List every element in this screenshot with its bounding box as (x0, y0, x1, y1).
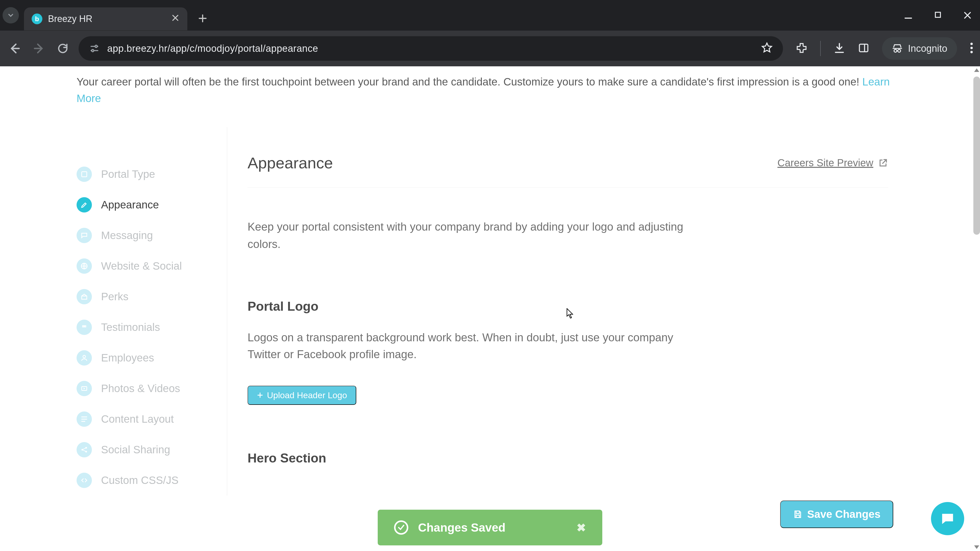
sidebar-item-label: Perks (101, 291, 128, 303)
incognito-badge[interactable]: Incognito (882, 37, 957, 60)
intro-band: Your career portal will often be the fir… (0, 66, 980, 127)
svg-rect-3 (859, 44, 868, 52)
sidebar-item-label: Photos & Videos (101, 383, 180, 395)
content-row: Portal Type Appearance Messaging Website… (0, 127, 980, 495)
puzzle-icon (796, 42, 808, 54)
extensions-button[interactable] (796, 42, 808, 55)
svg-point-1 (95, 45, 97, 48)
share-icon (76, 442, 92, 457)
intro-text: Your career portal will often be the fir… (76, 76, 862, 88)
sidebar-item-label: Portal Type (101, 168, 155, 180)
reload-button[interactable] (55, 40, 71, 57)
globe-icon (76, 259, 92, 274)
plus-icon (197, 13, 208, 24)
tab-strip: b Breezy HR (0, 0, 980, 30)
sidebar-item-photos-videos[interactable]: Photos & Videos (76, 373, 227, 404)
close-icon (171, 14, 180, 22)
messaging-icon (76, 228, 92, 243)
sidebar-item-appearance[interactable]: Appearance (76, 189, 227, 220)
chat-icon (939, 510, 956, 527)
code-icon (76, 473, 92, 488)
careers-site-preview-link[interactable]: Careers Site Preview (777, 157, 888, 168)
maximize-icon (934, 11, 942, 19)
sidebar-item-website-social[interactable]: Website & Social (76, 251, 227, 281)
appearance-icon (76, 197, 92, 213)
maximize-button[interactable] (934, 11, 942, 20)
minimize-icon (904, 11, 913, 20)
window-controls (904, 11, 972, 20)
sidebar-item-messaging[interactable]: Messaging (76, 220, 227, 251)
star-icon (761, 42, 773, 54)
url-text: app.breezy.hr/app/c/moodjoy/portal/appea… (107, 43, 318, 54)
save-changes-button[interactable]: Save Changes (780, 500, 893, 528)
chat-fab[interactable] (931, 502, 964, 535)
sidebar-item-testimonials[interactable]: Testimonials (76, 312, 227, 343)
svg-point-6 (970, 43, 973, 45)
minimize-button[interactable] (904, 11, 913, 20)
sidebar-item-label: Custom CSS/JS (101, 474, 178, 486)
browser-chrome: b Breezy HR app.breezy.hr (0, 0, 980, 66)
sidebar-item-label: Appearance (101, 199, 159, 211)
sidebar-item-perks[interactable]: Perks (76, 281, 227, 312)
svg-point-2 (92, 49, 94, 52)
bookmark-button[interactable] (761, 42, 773, 55)
download-icon (834, 42, 845, 54)
close-window-button[interactable] (963, 11, 972, 20)
plus-icon (257, 392, 263, 399)
toast-changes-saved: Changes Saved ✖ (378, 510, 602, 545)
portal-type-icon (76, 167, 92, 182)
toolbar-separator (820, 41, 821, 56)
address-bar[interactable]: app.breezy.hr/app/c/moodjoy/portal/appea… (79, 36, 783, 61)
media-icon (76, 381, 92, 396)
portal-logo-text: Logos on a transparent background work b… (248, 329, 697, 363)
favicon-icon: b (32, 14, 42, 24)
preview-link-text: Careers Site Preview (777, 157, 873, 168)
panel-icon (858, 42, 869, 54)
close-tab-button[interactable] (171, 14, 180, 24)
sidebar-item-label: Messaging (101, 229, 153, 241)
arrow-left-icon (8, 42, 21, 55)
svg-rect-9 (82, 171, 87, 177)
scroll-down-icon (974, 545, 979, 549)
new-tab-button[interactable] (197, 13, 208, 24)
toolbar-actions: Incognito (796, 37, 974, 60)
upload-button-label: Upload Header Logo (267, 390, 347, 400)
browser-toolbar: app.breezy.hr/app/c/moodjoy/portal/appea… (0, 30, 980, 66)
svg-point-5 (898, 49, 900, 52)
save-icon (793, 510, 803, 519)
kebab-icon (970, 42, 974, 54)
upload-header-logo-button[interactable]: Upload Header Logo (248, 386, 356, 405)
testimonials-icon (76, 320, 92, 335)
svg-point-8 (970, 51, 973, 53)
sidebar-item-social-sharing[interactable]: Social Sharing (76, 434, 227, 465)
site-settings-button[interactable] (89, 43, 100, 54)
scrollbar[interactable] (974, 66, 980, 551)
browser-menu-button[interactable] (970, 42, 974, 55)
tune-icon (89, 43, 100, 54)
forward-button[interactable] (30, 40, 47, 57)
toast-close-button[interactable]: ✖ (576, 521, 586, 534)
sidebar-item-label: Social Sharing (101, 444, 170, 456)
sidebar-item-content-layout[interactable]: Content Layout (76, 404, 227, 434)
toast-text: Changes Saved (418, 521, 506, 534)
back-button[interactable] (6, 40, 23, 57)
sidebar-item-portal-type[interactable]: Portal Type (76, 159, 227, 189)
side-panel-button[interactable] (858, 42, 869, 55)
page-content: Your career portal will often be the fir… (0, 66, 980, 551)
perks-icon (76, 289, 92, 304)
incognito-icon (892, 43, 903, 54)
scrollbar-thumb[interactable] (974, 76, 980, 235)
chevron-down-icon (7, 11, 14, 19)
incognito-label: Incognito (908, 43, 947, 54)
reload-icon (57, 42, 69, 55)
sidebar-item-label: Content Layout (101, 413, 174, 425)
external-link-icon (878, 158, 888, 168)
arrow-right-icon (32, 42, 45, 55)
settings-sidebar: Portal Type Appearance Messaging Website… (76, 127, 227, 495)
sidebar-item-employees[interactable]: Employees (76, 343, 227, 373)
downloads-button[interactable] (834, 42, 845, 55)
sidebar-item-custom-css-js[interactable]: Custom CSS/JS (76, 465, 227, 495)
browser-tab[interactable]: b Breezy HR (24, 7, 187, 30)
appearance-intro-text: Keep your portal consistent with your co… (248, 218, 697, 253)
tab-search-button[interactable] (3, 7, 19, 24)
